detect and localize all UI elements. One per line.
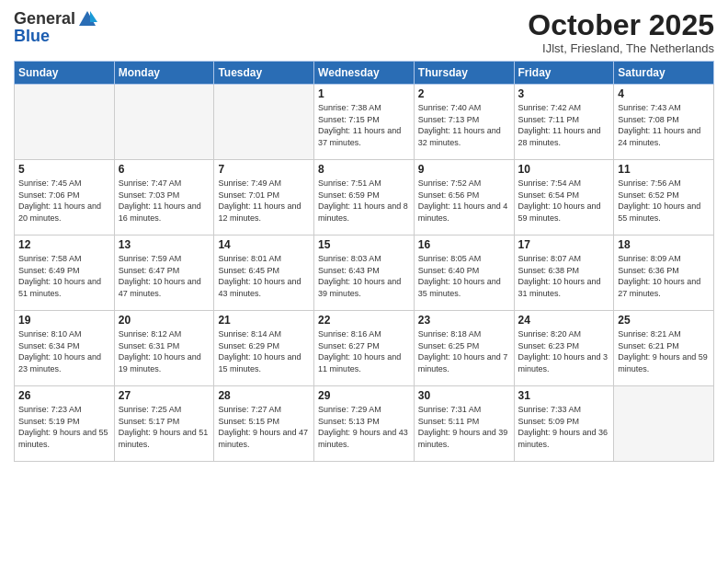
day-info: Sunrise: 7:47 AM Sunset: 7:03 PM Dayligh… [119,178,210,224]
day-number: 29 [318,389,410,402]
col-wednesday: Wednesday [314,62,415,85]
day-info: Sunrise: 8:01 AM Sunset: 6:45 PM Dayligh… [218,253,310,299]
day-number: 6 [119,163,210,176]
day-info: Sunrise: 7:29 AM Sunset: 5:13 PM Dayligh… [318,404,410,450]
day-number: 22 [318,314,410,327]
table-row: 9Sunrise: 7:52 AM Sunset: 6:56 PM Daylig… [414,160,514,236]
table-row: 18Sunrise: 8:09 AM Sunset: 6:36 PM Dayli… [614,236,714,311]
day-info: Sunrise: 7:56 AM Sunset: 6:52 PM Dayligh… [618,178,710,224]
table-row [114,85,214,160]
table-row [614,386,714,462]
day-info: Sunrise: 7:45 AM Sunset: 7:06 PM Dayligh… [18,178,110,224]
day-info: Sunrise: 7:42 AM Sunset: 7:11 PM Dayligh… [518,102,610,148]
day-number: 18 [618,238,710,251]
table-row: 21Sunrise: 8:14 AM Sunset: 6:29 PM Dayli… [214,311,314,386]
table-row: 5Sunrise: 7:45 AM Sunset: 7:06 PM Daylig… [15,160,115,236]
table-row: 11Sunrise: 7:56 AM Sunset: 6:52 PM Dayli… [614,160,714,236]
table-row: 26Sunrise: 7:23 AM Sunset: 5:19 PM Dayli… [15,386,115,462]
day-info: Sunrise: 7:52 AM Sunset: 6:56 PM Dayligh… [418,178,510,224]
day-number: 25 [618,314,710,327]
day-info: Sunrise: 8:10 AM Sunset: 6:34 PM Dayligh… [18,328,110,374]
calendar-week-row: 12Sunrise: 7:58 AM Sunset: 6:49 PM Dayli… [15,236,714,311]
title-block: October 2025 IJlst, Friesland, The Nethe… [528,9,714,55]
day-info: Sunrise: 8:05 AM Sunset: 6:40 PM Dayligh… [418,253,510,299]
day-info: Sunrise: 7:31 AM Sunset: 5:11 PM Dayligh… [418,404,510,450]
day-info: Sunrise: 8:20 AM Sunset: 6:23 PM Dayligh… [518,328,610,374]
table-row: 31Sunrise: 7:33 AM Sunset: 5:09 PM Dayli… [514,386,614,462]
col-friday: Friday [514,62,614,85]
calendar-table: Sunday Monday Tuesday Wednesday Thursday… [14,61,714,462]
day-number: 16 [418,238,510,251]
calendar-week-row: 26Sunrise: 7:23 AM Sunset: 5:19 PM Dayli… [15,386,714,462]
table-row: 14Sunrise: 8:01 AM Sunset: 6:45 PM Dayli… [214,236,314,311]
table-row: 12Sunrise: 7:58 AM Sunset: 6:49 PM Dayli… [15,236,115,311]
table-row: 6Sunrise: 7:47 AM Sunset: 7:03 PM Daylig… [114,160,214,236]
day-info: Sunrise: 7:51 AM Sunset: 6:59 PM Dayligh… [318,178,410,224]
header: General Blue October 2025 IJlst, Friesla… [14,9,714,55]
day-info: Sunrise: 7:58 AM Sunset: 6:49 PM Dayligh… [18,253,110,299]
table-row: 17Sunrise: 8:07 AM Sunset: 6:38 PM Dayli… [514,236,614,311]
day-number: 26 [18,389,110,402]
day-info: Sunrise: 8:07 AM Sunset: 6:38 PM Dayligh… [518,253,610,299]
day-number: 19 [18,314,110,327]
table-row: 20Sunrise: 8:12 AM Sunset: 6:31 PM Dayli… [114,311,214,386]
day-number: 20 [119,314,210,327]
col-monday: Monday [114,62,214,85]
calendar-week-row: 1Sunrise: 7:38 AM Sunset: 7:15 PM Daylig… [15,85,714,160]
day-number: 14 [218,238,310,251]
calendar-header-row: Sunday Monday Tuesday Wednesday Thursday… [15,62,714,85]
table-row: 4Sunrise: 7:43 AM Sunset: 7:08 PM Daylig… [614,85,714,160]
day-number: 10 [518,163,610,176]
day-number: 9 [418,163,510,176]
day-info: Sunrise: 7:25 AM Sunset: 5:17 PM Dayligh… [119,404,210,450]
table-row [214,85,314,160]
day-number: 8 [318,163,410,176]
table-row: 3Sunrise: 7:42 AM Sunset: 7:11 PM Daylig… [514,85,614,160]
calendar-week-row: 19Sunrise: 8:10 AM Sunset: 6:34 PM Dayli… [15,311,714,386]
subtitle: IJlst, Friesland, The Netherlands [528,41,714,55]
day-number: 11 [618,163,710,176]
day-number: 17 [518,238,610,251]
col-thursday: Thursday [414,62,514,85]
day-info: Sunrise: 7:49 AM Sunset: 7:01 PM Dayligh… [218,178,310,224]
day-info: Sunrise: 8:09 AM Sunset: 6:36 PM Dayligh… [618,253,710,299]
day-number: 7 [218,163,310,176]
day-number: 13 [119,238,210,251]
month-title: October 2025 [528,9,714,41]
day-number: 2 [418,87,510,100]
day-info: Sunrise: 7:59 AM Sunset: 6:47 PM Dayligh… [119,253,210,299]
logo-icon [77,9,97,29]
table-row: 13Sunrise: 7:59 AM Sunset: 6:47 PM Dayli… [114,236,214,311]
day-info: Sunrise: 7:38 AM Sunset: 7:15 PM Dayligh… [318,102,410,148]
page: General Blue October 2025 IJlst, Friesla… [0,0,728,563]
day-number: 15 [318,238,410,251]
day-number: 5 [18,163,110,176]
table-row: 29Sunrise: 7:29 AM Sunset: 5:13 PM Dayli… [314,386,415,462]
col-saturday: Saturday [614,62,714,85]
day-number: 4 [618,87,710,100]
logo-general-text: General [14,10,75,29]
table-row: 8Sunrise: 7:51 AM Sunset: 6:59 PM Daylig… [314,160,415,236]
day-info: Sunrise: 7:40 AM Sunset: 7:13 PM Dayligh… [418,102,510,148]
table-row [15,85,115,160]
day-info: Sunrise: 8:18 AM Sunset: 6:25 PM Dayligh… [418,328,510,374]
day-number: 31 [518,389,610,402]
day-info: Sunrise: 7:54 AM Sunset: 6:54 PM Dayligh… [518,178,610,224]
calendar-week-row: 5Sunrise: 7:45 AM Sunset: 7:06 PM Daylig… [15,160,714,236]
day-number: 12 [18,238,110,251]
day-number: 23 [418,314,510,327]
table-row: 2Sunrise: 7:40 AM Sunset: 7:13 PM Daylig… [414,85,514,160]
table-row: 7Sunrise: 7:49 AM Sunset: 7:01 PM Daylig… [214,160,314,236]
day-number: 30 [418,389,510,402]
table-row: 19Sunrise: 8:10 AM Sunset: 6:34 PM Dayli… [15,311,115,386]
table-row: 22Sunrise: 8:16 AM Sunset: 6:27 PM Dayli… [314,311,415,386]
day-info: Sunrise: 7:33 AM Sunset: 5:09 PM Dayligh… [518,404,610,450]
day-info: Sunrise: 7:43 AM Sunset: 7:08 PM Dayligh… [618,102,710,148]
table-row: 15Sunrise: 8:03 AM Sunset: 6:43 PM Dayli… [314,236,415,311]
day-number: 1 [318,87,410,100]
day-number: 24 [518,314,610,327]
day-info: Sunrise: 8:14 AM Sunset: 6:29 PM Dayligh… [218,328,310,374]
col-sunday: Sunday [15,62,115,85]
day-info: Sunrise: 8:12 AM Sunset: 6:31 PM Dayligh… [119,328,210,374]
day-info: Sunrise: 8:16 AM Sunset: 6:27 PM Dayligh… [318,328,410,374]
